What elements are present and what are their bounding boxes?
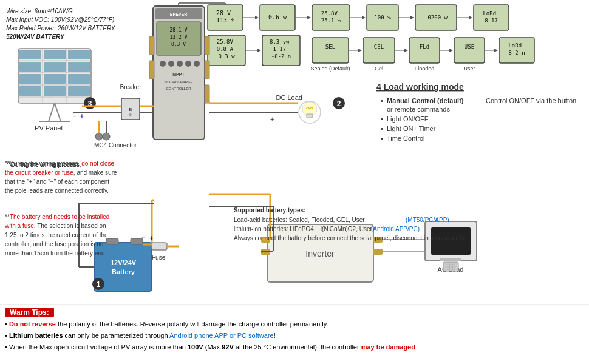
wiring-diagram: 28 V 113 % 0.6 w 25.8V 25.1 % 100 % -020… [0,0,589,364]
svg-text:25.8V
      0.8 A
      0.3 w: 25.8V 0.8 A 0.3 w [217,39,237,59]
svg-rect-69 [44,74,66,84]
svg-rect-33 [363,38,395,63]
svg-point-93 [194,61,200,67]
svg-rect-71 [19,86,41,96]
svg-text:•: • [381,125,383,132]
svg-point-90 [168,61,174,67]
svg-text:Max Rated  Power: 260W/12V BAT: Max Rated Power: 260W/12V BATTERY [6,25,116,32]
svg-text:-0200 w: -0200 w [424,15,448,21]
svg-text:28.1 V: 28.1 V [170,27,188,33]
svg-point-91 [177,61,183,67]
svg-rect-68 [19,74,41,84]
svg-text:CEL: CEL [374,44,384,50]
svg-rect-67 [68,62,90,72]
svg-rect-41 [454,38,485,63]
svg-rect-63 [44,50,66,59]
svg-text:Time Control: Time Control [387,135,425,142]
svg-text:+: + [80,113,84,120]
main-container: 28 V 113 % 0.6 w 25.8V 25.1 % 100 % -020… [0,0,589,364]
svg-text:or remote commands: or remote commands [387,106,450,113]
svg-text:Always connect the battery bef: Always connect the battery before connec… [234,235,468,241]
svg-text:100 %: 100 % [374,15,391,21]
svg-text:•: • [381,97,383,104]
svg-text:8.3 vw
      1 17
      -8-2 n: 8.3 vw 1 17 -8-2 n [270,39,293,59]
svg-text:Inverter: Inverter [305,249,335,258]
svg-rect-65 [19,62,41,72]
svg-text:PV Panel: PV Panel [35,124,63,132]
svg-rect-100 [149,36,154,55]
svg-text:+: + [149,234,153,241]
svg-text:Fuse: Fuse [152,254,166,261]
svg-text:Light ON+ Timer: Light ON+ Timer [387,125,436,132]
svg-rect-158 [440,258,461,261]
svg-text:USE: USE [465,44,474,50]
svg-rect-98 [205,61,209,79]
svg-text:+: + [270,115,274,123]
svg-text:MC4 Connector: MC4 Connector [94,142,137,149]
svg-text:Sealed (Default): Sealed (Default) [310,66,350,72]
svg-rect-101 [149,61,154,79]
svg-text:EPEVER: EPEVER [170,12,187,16]
svg-text:28 V
      113 %: 28 V 113 % [216,10,234,24]
svg-text:Breaker: Breaker [120,84,141,90]
svg-text:Gel: Gel [375,66,383,72]
svg-text:13.2 V: 13.2 V [170,35,188,40]
svg-text:2: 2 [337,99,341,108]
svg-text:Flooded: Flooded [415,66,435,72]
svg-text:−: − [141,234,145,241]
svg-text:SOLAR CHARGE: SOLAR CHARGE [164,80,193,84]
svg-text:1: 1 [97,280,101,289]
svg-text:(Android APP/PC): (Android APP/PC) [371,226,420,232]
svg-rect-64 [68,50,90,59]
svg-rect-147 [373,249,383,255]
svg-text:−: − [73,113,77,120]
svg-text:CONTROLLER: CONTROLLER [166,87,191,90]
svg-rect-121 [307,114,313,118]
svg-text:Wire size: 6mm²/10AWG: Wire size: 6mm²/10AWG [6,8,73,15]
svg-text:(MT50/PC/APP): (MT50/PC/APP) [406,217,449,223]
svg-rect-160 [443,262,458,271]
svg-text:Manual Control (default): Manual Control (default) [387,97,464,104]
svg-rect-29 [312,38,349,63]
svg-rect-70 [68,74,90,84]
svg-text:0.3 V: 0.3 V [171,42,186,47]
svg-text:Light ON/OFF: Light ON/OFF [387,115,429,123]
svg-text:MPPT: MPPT [172,72,185,76]
svg-text:k: k [129,113,132,117]
svg-text:520W/24V BATTERY: 520W/24V BATTERY [6,33,65,40]
svg-text:− DC Load: − DC Load [270,94,302,101]
svg-point-108 [95,133,103,140]
svg-text:4 Load working mode: 4 Load working mode [376,82,464,92]
svg-text:•: • [381,115,383,123]
svg-rect-73 [68,86,90,96]
svg-text:Supported battery types:: Supported battery types: [234,207,305,214]
svg-text:B: B [129,107,132,112]
svg-rect-72 [44,86,66,96]
svg-point-92 [185,61,191,67]
svg-text:SEL: SEL [325,44,335,50]
svg-rect-131 [152,243,167,250]
svg-text:Control ON/OFF  via the button: Control ON/OFF via the button [486,97,576,104]
svg-rect-37 [409,38,440,63]
svg-rect-97 [205,36,209,55]
svg-text:Max Input VOC: 100V(92V@25°C/7: Max Input VOC: 100V(92V@25°C/77°F) [6,16,114,23]
svg-rect-66 [44,62,66,72]
svg-text:Lead-acid batteries: Sealed, F: Lead-acid batteries: Sealed, Flooded, GE… [234,217,365,223]
svg-text:•: • [381,135,383,142]
svg-text:0.6 w: 0.6 w [268,14,287,21]
svg-text:lithium-ion batteries: LiFePO4: lithium-ion batteries: LiFePO4, Li(NiCoM… [234,226,373,232]
svg-rect-99 [205,85,209,103]
svg-text:FLd: FLd [420,44,429,50]
svg-point-109 [103,133,110,140]
svg-rect-62 [19,50,41,59]
svg-text:User: User [463,66,475,72]
svg-point-89 [160,61,166,67]
